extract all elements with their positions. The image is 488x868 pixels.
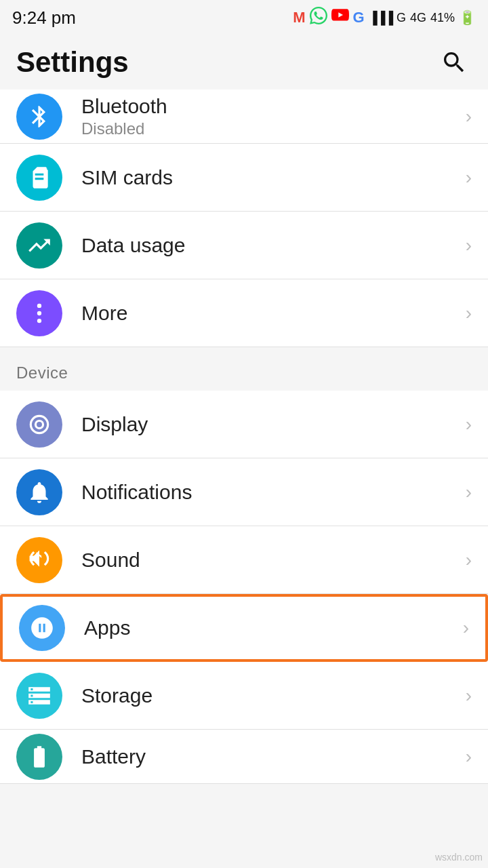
more-dots-icon [26, 300, 52, 326]
signal2-indicator: 4G [410, 11, 426, 25]
apps-chevron: › [463, 617, 469, 639]
bluetooth-text: Bluetooth Disabled [81, 95, 460, 138]
settings-item-sim[interactable]: SIM cards › [0, 144, 488, 212]
settings-item-storage[interactable]: Storage › [0, 662, 488, 730]
display-icon-bg [16, 401, 62, 448]
sound-icon [26, 547, 52, 573]
storage-icon [26, 683, 52, 709]
settings-item-notifications[interactable]: Notifications › [0, 458, 488, 526]
google-icon: G [353, 9, 365, 26]
time: 9:24 pm [12, 7, 76, 28]
settings-item-apps[interactable]: Apps › [0, 594, 488, 662]
bluetooth-icon [26, 104, 52, 130]
device-section-header: Device [0, 347, 488, 391]
settings-item-data[interactable]: Data usage › [0, 212, 488, 279]
whatsapp-icon [310, 7, 327, 28]
storage-icon-bg [16, 673, 62, 719]
sim-icon-bg [16, 155, 62, 201]
svg-point-0 [37, 303, 41, 307]
notifications-text: Notifications [81, 481, 460, 504]
storage-chevron: › [466, 685, 472, 707]
bluetooth-chevron: › [466, 106, 472, 127]
settings-item-more[interactable]: More › [0, 279, 488, 347]
search-icon [441, 49, 468, 76]
data-icon-bg [16, 222, 62, 269]
more-chevron: › [466, 302, 472, 324]
settings-list: Bluetooth Disabled › SIM cards › Data us… [0, 90, 488, 784]
watermark: wsxdn.com [435, 852, 483, 863]
sim-text: SIM cards [81, 166, 460, 189]
bluetooth-icon-bg [16, 94, 62, 140]
storage-title: Storage [81, 684, 460, 707]
battery-icon: 🔋 [459, 9, 476, 26]
apps-icon-bg [19, 605, 65, 651]
settings-item-sound[interactable]: Sound › [0, 526, 488, 594]
settings-item-bluetooth[interactable]: Bluetooth Disabled › [0, 90, 488, 144]
gmail-icon: M [293, 9, 305, 26]
status-bar: 9:24 pm M G ▐▐▐ G 4G 41% 🔋 [0, 0, 488, 35]
search-button[interactable] [436, 45, 472, 80]
display-chevron: › [466, 414, 472, 435]
battery-level: 41% [430, 11, 455, 25]
display-icon [26, 412, 52, 437]
apps-text: Apps [84, 616, 458, 639]
bluetooth-subtitle: Disabled [81, 119, 460, 138]
display-title: Display [81, 413, 460, 436]
notifications-icon [26, 479, 52, 505]
more-text: More [81, 302, 460, 325]
apps-title: Apps [84, 616, 458, 639]
bluetooth-title: Bluetooth [81, 95, 460, 118]
battery-text: Battery [81, 745, 460, 768]
svg-point-2 [37, 318, 41, 322]
apps-icon [29, 615, 55, 641]
battery-setting-icon [26, 744, 52, 770]
sound-chevron: › [466, 549, 472, 571]
data-text: Data usage [81, 234, 460, 257]
sound-icon-bg [16, 537, 62, 583]
data-title: Data usage [81, 234, 460, 257]
battery-chevron: › [466, 746, 472, 768]
status-icons: M G ▐▐▐ G 4G 41% 🔋 [293, 7, 476, 28]
settings-item-battery[interactable]: Battery › [0, 730, 488, 784]
display-text: Display [81, 413, 460, 436]
app-bar: Settings [0, 35, 488, 90]
sound-text: Sound [81, 549, 460, 572]
settings-item-display[interactable]: Display › [0, 391, 488, 458]
data-icon [26, 233, 52, 258]
more-title: More [81, 302, 460, 325]
battery-icon-bg [16, 734, 62, 780]
svg-point-1 [37, 311, 41, 315]
sim-icon [26, 165, 52, 191]
more-icon-bg [16, 290, 62, 336]
notifications-chevron: › [466, 481, 472, 503]
storage-text: Storage [81, 684, 460, 707]
youtube-icon [331, 9, 349, 26]
page-title: Settings [16, 46, 129, 79]
sound-title: Sound [81, 549, 460, 572]
sim-chevron: › [466, 167, 472, 189]
signal-indicator: ▐▐▐ [369, 11, 392, 25]
network-type: G [396, 11, 406, 25]
sim-title: SIM cards [81, 166, 460, 189]
notifications-title: Notifications [81, 481, 460, 504]
data-chevron: › [466, 235, 472, 256]
notifications-icon-bg [16, 469, 62, 515]
battery-title: Battery [81, 745, 460, 768]
